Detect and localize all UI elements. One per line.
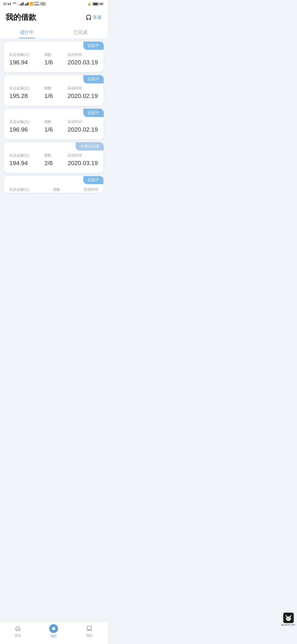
time-display: 17:14: [3, 2, 11, 6]
loan-card-1[interactable]: 还款中 应还金额(元) 196.94 期数 1/6 应还时间 2020.03.1…: [4, 42, 103, 72]
period-field-2: 期数 1/6: [44, 86, 53, 100]
period-field-5: 期数: [53, 187, 60, 192]
amount-value-2: 195.28: [9, 92, 30, 100]
amount-value-4: 194.94: [9, 160, 30, 167]
amount-label-5: 应还金额(元): [9, 187, 30, 192]
period-label-5: 期数: [53, 187, 60, 192]
amount-value-3: 196.96: [9, 126, 30, 133]
period-label-2: 期数: [44, 86, 53, 91]
card-badge-3: 还款中: [83, 109, 104, 117]
amount-label-3: 应还金额(元): [9, 119, 30, 124]
status-right: 🔒 92: [87, 2, 103, 6]
hd-badge: HD: [40, 2, 46, 6]
signal-bars: [20, 2, 24, 6]
card-badge-5: 还款中: [83, 176, 103, 184]
duedate-value-1: 2020.03.19: [68, 59, 98, 66]
header: 我的借款 🎧 客服: [0, 8, 107, 26]
lock-icon: 🔒: [87, 2, 91, 6]
battery-fill: [93, 3, 98, 5]
duedate-field-4: 应还时间 2020.03.19: [68, 153, 98, 167]
period-field-3: 期数 1/6: [44, 119, 53, 133]
battery-percent: 92: [100, 2, 103, 6]
duedate-label-1: 应还时间: [68, 52, 98, 57]
amount-field-5: 应还金额(元): [9, 187, 30, 192]
amount-label-1: 应还金额(元): [9, 52, 30, 57]
amount-field-1: 应还金额(元) 196.94: [9, 52, 30, 66]
headset-icon: 🎧: [86, 14, 92, 20]
period-field-4: 期数 2/6: [44, 153, 53, 167]
amount-label-2: 应还金额(元): [9, 86, 30, 91]
duedate-label-3: 应还时间: [68, 119, 98, 124]
period-value-4: 2/6: [44, 160, 53, 167]
card-badge-1: 还款中: [83, 42, 104, 50]
card-badge-4: 本期已结清: [76, 142, 104, 151]
loan-card-5[interactable]: 还款中 应还金额(元) 期数 应还时间: [4, 176, 103, 193]
period-field-1: 期数 1/6: [44, 52, 53, 66]
loan-card-2[interactable]: 还款中 应还金额(元) 195.28 期数 1/6 应还时间 2020.02.1…: [4, 75, 103, 106]
amount-label-4: 应还金额(元): [9, 153, 30, 158]
duedate-value-4: 2020.03.19: [68, 160, 98, 167]
duedate-value-2: 2020.02.19: [68, 92, 98, 100]
signal-bars-2: [24, 2, 29, 6]
tab-bar: 进行中 已完成: [0, 26, 107, 39]
amount-value-1: 196.94: [9, 59, 30, 66]
duedate-label-5: 应还时间: [84, 187, 98, 192]
period-label-1: 期数: [44, 52, 53, 57]
customer-service-label: 客服: [93, 15, 102, 20]
duedate-label-4: 应还时间: [68, 153, 98, 158]
period-label-4: 期数: [44, 153, 53, 158]
duedate-field-5: 应还时间: [84, 187, 98, 192]
battery-icon: [93, 2, 99, 6]
tab-in-progress[interactable]: 进行中: [0, 26, 54, 38]
page-title: 我的借款: [6, 12, 36, 23]
card-badge-2: 还款中: [83, 75, 104, 83]
period-value-2: 1/6: [44, 92, 53, 100]
duedate-field-1: 应还时间 2020.03.19: [68, 52, 98, 66]
wifi-icon: 📶: [29, 2, 34, 6]
duedate-label-2: 应还时间: [68, 86, 98, 91]
speed-display: 0.31KB/S: [34, 1, 40, 6]
loan-cards-container: 还款中 应还金额(元) 196.94 期数 1/6 应还时间 2020.03.1…: [0, 39, 107, 215]
amount-field-2: 应还金额(元) 195.28: [9, 86, 30, 100]
period-value-1: 1/6: [44, 59, 53, 66]
period-value-3: 1/6: [44, 126, 53, 133]
loan-card-3[interactable]: 还款中 应还金额(元) 196.96 期数 1/6 应还时间 2020.02.1…: [4, 109, 103, 139]
loan-card-4[interactable]: 本期已结清 应还金额(元) 194.94 期数 2/6 应还时间 2020.03…: [4, 143, 103, 173]
status-left: 17:14 4G↑↓ 📶 0.31KB/S HD: [3, 1, 46, 6]
duedate-field-3: 应还时间 2020.02.19: [68, 119, 98, 133]
network-indicator: 4G↑↓: [13, 2, 19, 6]
duedate-field-2: 应还时间 2020.02.19: [68, 86, 98, 100]
period-label-3: 期数: [44, 119, 53, 124]
amount-field-3: 应还金额(元) 196.96: [9, 119, 30, 133]
status-bar: 17:14 4G↑↓ 📶 0.31KB/S HD 🔒 92: [0, 0, 107, 8]
duedate-value-3: 2020.02.19: [68, 126, 98, 133]
customer-service-button[interactable]: 🎧 客服: [86, 14, 102, 20]
amount-field-4: 应还金额(元) 194.94: [9, 153, 30, 167]
tab-completed[interactable]: 已完成: [54, 26, 107, 38]
